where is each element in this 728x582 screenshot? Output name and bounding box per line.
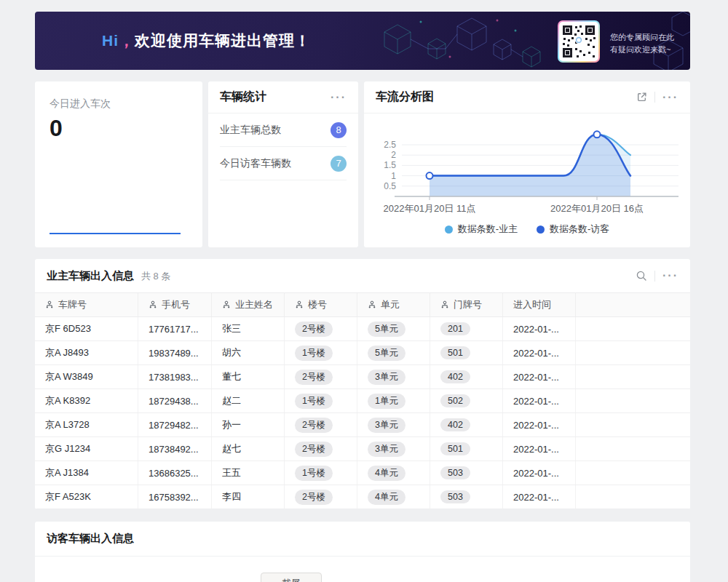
cell-name: 赵二: [212, 389, 285, 412]
cell-name: 董七: [212, 365, 285, 388]
cell-building: 1号楼: [285, 341, 357, 364]
tag-pill: 2号楼: [295, 322, 333, 337]
cell-time: 2022-01-...: [503, 317, 576, 340]
cell-unit: 1单元: [357, 389, 430, 412]
cell-unit: 4单元: [357, 461, 430, 485]
svg-text:0.5: 0.5: [384, 181, 396, 191]
qr-caption: 您的专属顾问在此 有疑问欢迎来戳~: [610, 31, 674, 56]
banner-title: Hi，欢迎使用车辆进出管理！: [102, 31, 311, 51]
x-axis-label-peak: 2022年01月20日 16点: [550, 202, 644, 215]
qr-pattern: [561, 24, 596, 59]
cell-door: 503: [430, 485, 503, 509]
cell-time: 2022-01-...: [503, 437, 576, 461]
column-header-door[interactable]: 门牌号: [430, 293, 503, 316]
cell-empty: [576, 341, 690, 364]
cell-empty: [576, 389, 690, 412]
tag-pill: 3单元: [368, 370, 405, 385]
column-header-unit[interactable]: 单元: [357, 293, 430, 316]
cell-phone: 18729482...: [138, 413, 212, 436]
cell-time: 2022-01-...: [503, 485, 576, 509]
cell-door: 503: [430, 461, 503, 485]
search-icon[interactable]: [636, 270, 647, 282]
stat-badge: 7: [331, 156, 347, 172]
cell-door: 201: [430, 317, 503, 340]
banner-hi: Hi: [102, 32, 119, 49]
welcome-banner: Hi，欢迎使用车辆进出管理！: [35, 12, 690, 70]
cell-time: 2022-01-...: [503, 389, 576, 412]
cell-time: 2022-01-...: [503, 341, 576, 364]
cell-unit: 5单元: [357, 317, 430, 340]
stat-row-owner-total: 业主车辆总数 8: [220, 113, 347, 147]
field-type-icon: [440, 300, 449, 309]
today-entries-value: 0: [50, 115, 188, 142]
table-row: 京A L372818729482...孙一2号楼3单元4022022-01-..…: [35, 413, 690, 437]
visitor-table-title: 访客车辆出入信息: [47, 532, 134, 546]
legend-label: 数据条数-业主: [458, 223, 518, 236]
dashboard-page: Hi，欢迎使用车辆进出管理！: [0, 0, 728, 582]
tag-pill: 503: [440, 490, 470, 503]
cell-building: 2号楼: [285, 485, 357, 509]
cell-time: 2022-01-...: [503, 461, 576, 485]
cell-unit: 5单元: [357, 341, 430, 364]
column-label: 门牌号: [454, 298, 482, 311]
cell-plate: 京A J1384: [35, 461, 138, 485]
column-header-empty[interactable]: [576, 293, 690, 316]
table-row: 京F A523K16758392...李四2号楼4单元5032022-01-..…: [35, 485, 690, 509]
traffic-chart-card: 车流分析图 ··· 0.511.522.5 2022年01月20日 11点 20…: [364, 81, 690, 247]
column-label: 单元: [381, 298, 400, 311]
tag-pill: 2号楼: [295, 442, 333, 457]
column-header-time[interactable]: 进入时间: [503, 293, 576, 316]
cell-time: 2022-01-...: [503, 413, 576, 436]
column-header-plate[interactable]: 车牌号: [35, 293, 138, 316]
tag-pill: 2号楼: [295, 490, 333, 505]
legend-item-owner[interactable]: 数据条数-业主: [445, 223, 518, 236]
table-row: 京A K839218729438...赵二1号楼1单元5022022-01-..…: [35, 389, 690, 413]
owner-table-header: 车牌号手机号业主姓名楼号单元门牌号进入时间: [35, 292, 690, 317]
cell-building: 1号楼: [285, 389, 357, 412]
cell-unit: 3单元: [357, 413, 430, 436]
tag-pill: 3单元: [368, 442, 405, 457]
chart-legend: 数据条数-业主 数据条数-访客: [364, 223, 690, 236]
field-type-icon: [222, 300, 231, 309]
more-icon[interactable]: ···: [662, 270, 678, 282]
more-icon[interactable]: ···: [662, 92, 678, 103]
cell-building: 2号楼: [285, 437, 357, 461]
column-label: 进入时间: [513, 298, 551, 311]
screenshot-button[interactable]: 截屏: [261, 573, 322, 582]
cell-name: 胡六: [212, 341, 285, 364]
cell-unit: 3单元: [357, 365, 430, 388]
column-label: 车牌号: [58, 298, 87, 311]
svg-text:2.5: 2.5: [384, 140, 396, 150]
column-label: 业主姓名: [235, 298, 273, 311]
cell-name: 张三: [212, 317, 285, 340]
stat-label: 业主车辆总数: [220, 124, 281, 137]
more-icon[interactable]: ···: [331, 92, 347, 103]
legend-item-visitor[interactable]: 数据条数-访客: [537, 223, 609, 236]
tag-pill: 1号楼: [295, 466, 333, 481]
tag-pill: 501: [440, 442, 470, 455]
x-axis-label-start: 2022年01月20日 11点: [384, 202, 476, 215]
legend-dot-owner: [445, 226, 453, 234]
tag-pill: 5单元: [368, 346, 405, 361]
field-type-icon: [368, 300, 376, 309]
cell-phone: 19837489...: [138, 341, 212, 364]
owner-table-body: 京F 6D52317761717...张三2号楼5单元2012022-01-..…: [35, 317, 690, 509]
cell-phone: 16758392...: [138, 485, 212, 509]
cell-plate: 京A W3849: [35, 365, 138, 388]
qr-caption-line1: 您的专属顾问在此: [610, 31, 674, 44]
expand-icon[interactable]: [636, 92, 647, 103]
visitor-vehicle-table-card: 访客车辆出入信息 截屏: [35, 522, 690, 582]
column-label: 楼号: [308, 298, 327, 311]
cell-empty: [576, 413, 690, 436]
column-header-name[interactable]: 业主姓名: [212, 293, 285, 316]
column-header-building[interactable]: 楼号: [285, 293, 357, 316]
stat-row-visitor-today: 今日访客车辆数 7: [220, 147, 347, 180]
tag-pill: 501: [440, 346, 470, 359]
tag-pill: 402: [440, 370, 470, 383]
field-type-icon: [149, 300, 157, 309]
owner-table-count: 共 8 条: [141, 270, 170, 283]
table-row: 京F 6D52317761717...张三2号楼5单元2012022-01-..…: [35, 317, 690, 341]
cell-phone: 18738492...: [138, 437, 212, 461]
tag-pill: 5单元: [368, 322, 405, 337]
column-header-phone[interactable]: 手机号: [138, 293, 212, 316]
